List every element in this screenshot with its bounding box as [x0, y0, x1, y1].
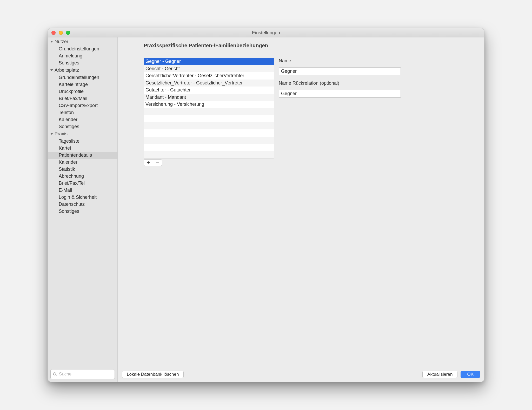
list-item[interactable]: Gericht - Gericht — [144, 65, 274, 72]
sidebar-item[interactable]: CSV-Import/Export — [48, 102, 117, 109]
sidebar-item[interactable]: Karteieinträge — [48, 81, 117, 88]
back-relation-input[interactable] — [279, 90, 401, 98]
sidebar-section-label: Praxis — [55, 131, 68, 137]
sidebar-item[interactable]: Sonstiges — [48, 59, 117, 67]
sidebar-item[interactable]: Anmeldung — [48, 52, 117, 59]
add-relation-button[interactable]: + — [144, 160, 153, 166]
relation-form: Name Name Rückrelation (optional) — [279, 58, 401, 102]
sidebar-item[interactable]: Sonstiges — [48, 123, 117, 130]
plus-icon: + — [147, 160, 150, 165]
sidebar-item[interactable]: Kalender — [48, 116, 117, 123]
listbox-toolbar: + − — [144, 159, 162, 166]
list-item[interactable] — [144, 108, 274, 115]
sidebar-item[interactable]: Tagesliste — [48, 138, 117, 145]
list-item[interactable]: Gesetzlicher_Vertreter - Gesetzlicher_Ve… — [144, 80, 274, 87]
sidebar-section-label: Arbeitsplatz — [55, 68, 79, 73]
list-item[interactable] — [144, 144, 274, 151]
sidebar-nav: NutzerGrundeinstellungenAnmeldungSonstig… — [48, 37, 117, 367]
sidebar-item[interactable]: Datenschutz — [48, 201, 117, 208]
list-item[interactable]: Gegner - Gegner — [144, 58, 274, 65]
page-heading: Praxisspezifische Patienten-/Familienbez… — [144, 43, 469, 51]
ok-button[interactable]: OK — [461, 371, 480, 378]
sidebar-item[interactable]: Patientendetails — [48, 152, 117, 159]
chevron-down-icon — [50, 41, 53, 43]
list-item[interactable]: GersetzlicherVertrehter - GesetzlicherVe… — [144, 72, 274, 80]
refresh-button[interactable]: Aktualisieren — [422, 371, 457, 378]
sidebar-item[interactable]: Brief/Fax/Mail — [48, 95, 117, 102]
chevron-down-icon — [50, 133, 53, 135]
name-label: Name — [279, 58, 401, 64]
sidebar-item[interactable]: Login & Sicherheit — [48, 194, 117, 201]
sidebar-item[interactable]: Grundeinstellungen — [48, 74, 117, 81]
list-item[interactable] — [144, 137, 274, 144]
sidebar-search[interactable] — [50, 369, 115, 379]
list-item[interactable] — [144, 129, 274, 137]
footer-bar: Lokale Datenbank löschen Aktualisieren O… — [118, 368, 484, 382]
sidebar-item[interactable]: Grundeinstellungen — [48, 45, 117, 52]
sidebar-section-label: Nutzer — [55, 39, 68, 44]
remove-relation-button[interactable]: − — [153, 160, 162, 166]
list-item[interactable]: Versicherung - Versicherung — [144, 101, 274, 108]
window-title: Einstellungen — [48, 30, 484, 36]
sidebar-section-header[interactable]: Arbeitsplatz — [48, 67, 117, 74]
list-item[interactable] — [144, 151, 274, 158]
settings-window: Einstellungen NutzerGrundeinstellungenAn… — [48, 28, 484, 382]
sidebar-item[interactable]: Telefon — [48, 109, 117, 116]
sidebar: NutzerGrundeinstellungenAnmeldungSonstig… — [48, 37, 118, 382]
list-item[interactable] — [144, 122, 274, 130]
sidebar-item[interactable]: Statistik — [48, 166, 117, 173]
relations-listbox[interactable]: Gegner - GegnerGericht - GerichtGersetzl… — [144, 58, 274, 158]
sidebar-section-header[interactable]: Nutzer — [48, 38, 117, 45]
minus-icon: − — [156, 160, 159, 165]
name-input[interactable] — [279, 67, 401, 75]
list-item[interactable]: Mandant - Mandant — [144, 94, 274, 101]
relations-column: Gegner - GegnerGericht - GerichtGersetzl… — [144, 58, 274, 166]
content-area: Praxisspezifische Patienten-/Familienbez… — [118, 37, 484, 382]
sidebar-item[interactable]: E-Mail — [48, 187, 117, 194]
delete-local-db-button[interactable]: Lokale Datenbank löschen — [122, 371, 184, 378]
search-icon — [53, 372, 57, 376]
list-item[interactable] — [144, 115, 274, 122]
sidebar-item[interactable]: Druckprofile — [48, 88, 117, 95]
sidebar-item[interactable]: Kartei — [48, 145, 117, 152]
chevron-down-icon — [50, 69, 53, 71]
list-item[interactable]: Gutachter - Gutachter — [144, 87, 274, 94]
back-relation-label: Name Rückrelation (optional) — [279, 81, 401, 86]
sidebar-item[interactable]: Brief/Fax/Tel — [48, 180, 117, 187]
svg-line-1 — [56, 375, 57, 376]
sidebar-item[interactable]: Kalender — [48, 159, 117, 166]
titlebar: Einstellungen — [48, 28, 484, 37]
sidebar-item[interactable]: Sonstiges — [48, 208, 117, 215]
sidebar-item[interactable]: Abrechnung — [48, 173, 117, 180]
sidebar-search-input[interactable] — [58, 371, 112, 377]
sidebar-section-header[interactable]: Praxis — [48, 130, 117, 138]
